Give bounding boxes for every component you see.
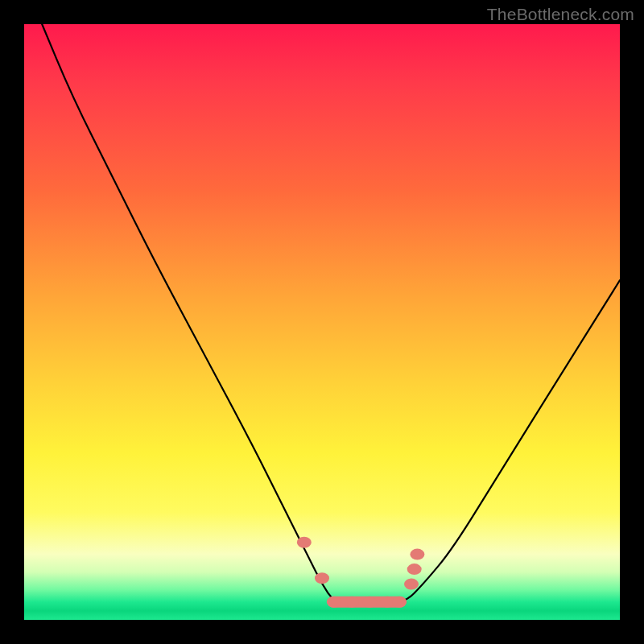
marker-point xyxy=(362,597,377,608)
marker-point xyxy=(345,597,359,608)
bottleneck-curve xyxy=(42,24,620,602)
marker-point xyxy=(327,597,341,608)
marker-point xyxy=(410,549,424,560)
marker-point xyxy=(392,597,407,608)
marker-point xyxy=(404,579,419,590)
marker-point xyxy=(297,537,312,548)
plot-area xyxy=(24,24,620,620)
marker-point xyxy=(407,564,422,575)
marker-point xyxy=(315,572,329,584)
chart-frame: TheBottleneck.com xyxy=(0,0,644,644)
watermark-text: TheBottleneck.com xyxy=(487,5,634,24)
bottleneck-chart xyxy=(24,24,620,620)
